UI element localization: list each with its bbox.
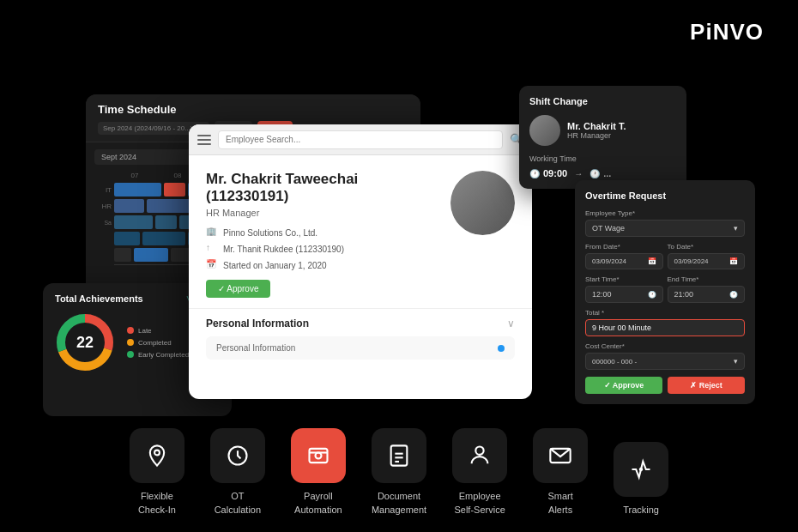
tracking-label: Tracking [623, 504, 659, 517]
to-date-label: To Date* [668, 243, 746, 251]
employee-type-input[interactable]: OT Wage ▾ [585, 220, 745, 237]
profile-info: Mr. Chakrit Taweechai (112330191) HR Man… [206, 171, 438, 298]
smart-alerts-label: SmartAlerts [547, 490, 572, 517]
cost-center-field: Cost Center* 000000 - 000 - ▾ [585, 342, 745, 370]
clock-to-icon: 🕐 [589, 169, 600, 178]
from-date-input[interactable]: 03/09/2024 📅 [585, 253, 663, 269]
hamburger-icon[interactable] [197, 135, 211, 145]
employee-search-input[interactable] [218, 130, 503, 149]
approve-button[interactable]: ✓ Approve [206, 280, 270, 298]
cost-center-input[interactable]: 000000 - 000 - ▾ [585, 353, 745, 370]
manager-icon: ↑ [206, 243, 218, 255]
employee-selfservice-label: EmployeeSelf-Service [454, 490, 505, 517]
location-icon [145, 444, 169, 468]
section-arrow-icon: ∨ [507, 317, 515, 329]
calendar-icon: 📅 [206, 259, 218, 271]
document-management-icon-box [372, 428, 426, 483]
profile-role: HR Manager [206, 208, 438, 218]
detail-company: 🏢 Pinno Solutions Co., Ltd. [206, 227, 438, 239]
avatar-image [450, 171, 515, 235]
shift-to-value: ... [603, 168, 611, 178]
tracking-icon-box [614, 442, 668, 497]
detail-start-date: 📅 Started on January 1, 2020 [206, 259, 438, 271]
shift-working-label: Working Time [529, 154, 676, 163]
features-row: FlexibleCheck-In OTCalculation PayrollAu… [0, 428, 798, 517]
shift-person-name: Mr. Chakrit T. [567, 121, 626, 131]
feature-payroll-automation[interactable]: PayrollAutomation [291, 428, 346, 517]
late-label: Late [138, 327, 152, 335]
time-schedule-title: Time Schedule [98, 103, 408, 116]
feature-employee-selfservice[interactable]: EmployeeSelf-Service [452, 428, 507, 517]
personal-info-title: Personal Information [206, 317, 309, 329]
svg-point-14 [640, 468, 642, 469]
employee-type-field: Employee Type* OT Wage ▾ [585, 209, 745, 237]
to-date-input[interactable]: 03/09/2024 📅 [668, 253, 746, 269]
feature-ot-calculation[interactable]: OTCalculation [210, 428, 265, 517]
personal-info-section-header[interactable]: Personal Information ∨ [206, 309, 515, 336]
person-icon [468, 444, 492, 468]
total-field: Total * 9 Hour 00 Minute [585, 309, 745, 336]
ot-calculation-label: OTCalculation [215, 490, 261, 517]
ot-approve-button[interactable]: ✓ Approve [585, 377, 662, 394]
personal-info-row: Personal Information [206, 336, 515, 360]
start-time-label: Start Time* [585, 275, 663, 283]
late-dot [127, 327, 134, 334]
feature-tracking[interactable]: Tracking [614, 442, 668, 517]
tracking-icon [629, 457, 653, 481]
flexible-checkin-label: FlexibleCheck-In [138, 490, 176, 517]
employee-selfservice-icon-box [452, 428, 507, 483]
clock-from-icon: 🕐 [529, 169, 540, 178]
brand-logo: PiNVO [690, 19, 764, 45]
feature-document-management[interactable]: DocumentManagement [372, 428, 426, 517]
profile-section: Personal Information ∨ Personal Informat… [189, 308, 532, 360]
profile-card: 🔍 Mr. Chakrit Taweechai (112330191) HR M… [189, 124, 532, 399]
feature-flexible-checkin[interactable]: FlexibleCheck-In [130, 428, 184, 517]
from-date-label: From Date* [585, 243, 663, 251]
shift-person-role: HR Manager [567, 131, 626, 140]
end-time-label: End Time* [668, 275, 746, 283]
end-time-input[interactable]: 21:00 🕐 [668, 286, 746, 303]
overtime-request-card: Overtime Request Employee Type* OT Wage … [575, 180, 755, 404]
overtime-request-title: Overtime Request [585, 190, 745, 201]
payroll-automation-icon-box [291, 428, 346, 483]
cost-center-label: Cost Center* [585, 342, 745, 350]
employee-type-label: Employee Type* [585, 209, 745, 217]
detail-manager: ↑ Mr. Thanit Rukdee (112330190) [206, 243, 438, 255]
smart-alerts-icon-box [533, 428, 588, 483]
shift-time-from: 🕐 09:00 [529, 168, 567, 178]
shift-change-title: Shift Change [529, 96, 676, 106]
completed-dot [127, 339, 134, 346]
profile-details: 🏢 Pinno Solutions Co., Ltd. ↑ Mr. Thanit… [206, 227, 438, 271]
shift-from-value: 09:00 [543, 168, 567, 178]
date-fields-row: From Date* 03/09/2024 📅 To Date* 03/09/2… [585, 243, 745, 269]
shift-person: Mr. Chakrit T. HR Manager [529, 115, 676, 146]
payroll-automation-label: PayrollAutomation [294, 490, 342, 517]
total-value: 9 Hour 00 Minute [585, 319, 745, 336]
clock-icon [226, 444, 250, 468]
personal-info-dot [498, 345, 505, 352]
achievements-title: Total Achievements [55, 293, 143, 304]
profile-avatar [450, 171, 515, 235]
achievements-number: 22 [76, 334, 94, 352]
shift-times: 🕐 09:00 → 🕐 ... [529, 168, 676, 178]
start-time-input[interactable]: 12:00 🕐 [585, 286, 663, 303]
flexible-checkin-icon-box [130, 428, 184, 483]
ot-reject-button[interactable]: ✗ Reject [668, 377, 745, 394]
completed-label: Completed [138, 339, 172, 347]
document-icon [387, 444, 411, 468]
time-fields-row: Start Time* 12:00 🕐 End Time* 21:00 🕐 [585, 275, 745, 303]
shift-avatar [529, 115, 560, 146]
mail-icon [548, 444, 572, 468]
svg-point-12 [475, 447, 483, 455]
day-07: 07 [115, 172, 154, 179]
early-dot [127, 351, 134, 358]
legend-early: Early Completed [127, 351, 189, 359]
total-label: Total * [585, 309, 745, 317]
profile-content: Mr. Chakrit Taweechai (112330191) HR Man… [189, 155, 532, 308]
personal-info-label: Personal Information [216, 343, 295, 353]
svg-rect-8 [391, 446, 408, 466]
ot-actions: ✓ Approve ✗ Reject [585, 377, 745, 394]
feature-smart-alerts[interactable]: SmartAlerts [533, 428, 588, 517]
early-label: Early Completed [138, 351, 189, 359]
legend-late: Late [127, 327, 189, 335]
